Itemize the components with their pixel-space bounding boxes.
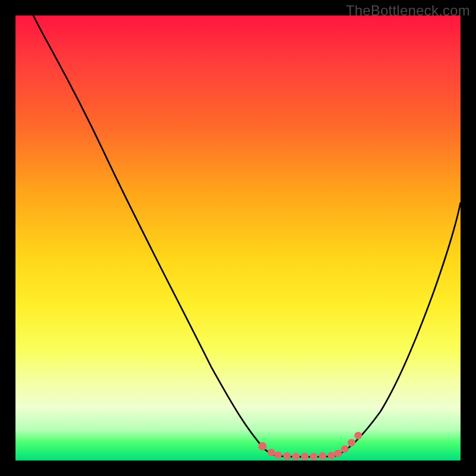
watermark-text: TheBottleneck.com [346,2,470,19]
curve-right [336,202,461,456]
chart-frame: TheBottleneck.com [0,0,476,476]
plot-area [15,15,461,461]
svg-point-7 [319,452,327,460]
svg-point-8 [328,452,336,459]
svg-point-9 [334,450,342,458]
curve-left [33,15,278,456]
svg-point-5 [301,453,309,461]
svg-point-6 [310,453,318,461]
svg-point-11 [347,439,355,447]
svg-point-10 [341,445,349,453]
marker-group [258,432,362,461]
svg-point-1 [268,449,275,456]
chart-svg [15,15,461,461]
svg-point-12 [355,432,362,440]
svg-point-4 [292,453,300,461]
svg-point-3 [283,452,291,460]
svg-point-2 [274,452,282,459]
svg-point-0 [258,442,267,450]
